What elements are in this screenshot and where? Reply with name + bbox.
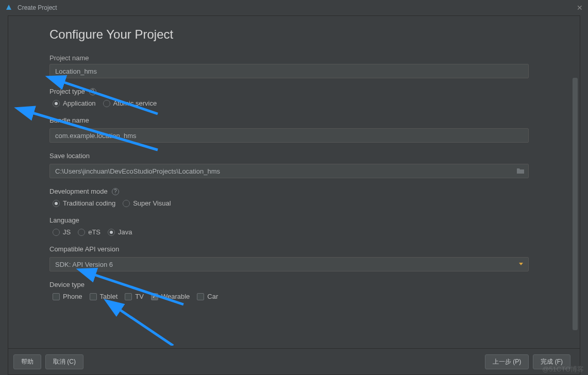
check-tablet[interactable]: Tablet (90, 293, 118, 300)
language-label: Language (49, 216, 539, 224)
window-title: Create Project (18, 4, 57, 11)
check-car[interactable]: Car (197, 293, 218, 300)
help-icon[interactable]: ? (112, 188, 119, 195)
help-button[interactable]: 帮助 (13, 354, 41, 369)
chevron-down-icon (519, 263, 523, 265)
folder-icon[interactable] (516, 167, 525, 176)
close-icon[interactable]: ✕ (577, 4, 583, 12)
device-type-label: Device type (49, 281, 539, 288)
previous-button[interactable]: 上一步 (P) (485, 354, 529, 369)
radio-traditional-coding[interactable]: Traditional coding (53, 199, 115, 207)
check-tv[interactable]: TV (125, 293, 144, 300)
content-area: Configure Your Project Project name Loca… (8, 15, 580, 348)
scrollbar[interactable] (573, 78, 578, 330)
project-type-radios: Application Atomic service (53, 99, 539, 107)
save-location-input[interactable]: C:\Users\jinchuan\DevEcoStudioProjects\L… (49, 164, 529, 178)
bundle-name-label: Bundle name (49, 116, 539, 124)
svg-line-0 (60, 81, 158, 114)
radio-application[interactable]: Application (53, 99, 96, 107)
language-radios: JS eTS Java (53, 228, 539, 236)
bundle-name-input[interactable]: com.example.location_hms (49, 128, 529, 143)
radio-ets[interactable]: eTS (78, 228, 100, 236)
save-location-label: Save location (49, 152, 539, 160)
check-phone[interactable]: Phone (53, 293, 82, 300)
radio-super-visual[interactable]: Super Visual (123, 199, 171, 207)
finish-button[interactable]: 完成 (F) (533, 354, 570, 369)
radio-atomic-service[interactable]: Atomic service (103, 99, 157, 107)
dev-mode-label: Development mode ? (49, 187, 539, 195)
page-heading: Configure Your Project (49, 27, 539, 42)
project-name-label: Project name (49, 54, 539, 62)
footer: 帮助 取消 (C) 上一步 (P) 完成 (F) (8, 348, 580, 375)
titlebar: Create Project ✕ (0, 0, 588, 15)
radio-js[interactable]: JS (53, 228, 71, 236)
svg-line-3 (116, 308, 173, 346)
app-logo-icon (5, 4, 12, 11)
dev-mode-radios: Traditional coding Super Visual (53, 199, 539, 207)
device-type-checks: Phone Tablet TV ✓Wearable Car (53, 293, 539, 300)
help-icon[interactable]: ? (89, 88, 96, 95)
project-name-input[interactable]: Location_hms (49, 64, 529, 78)
api-version-label: Compatible API version (49, 245, 539, 253)
project-type-label: Project type ? (49, 88, 539, 95)
cancel-button[interactable]: 取消 (C) (45, 354, 83, 369)
radio-java[interactable]: Java (108, 228, 132, 236)
api-version-select[interactable]: SDK: API Version 6 (49, 257, 529, 271)
check-wearable[interactable]: ✓Wearable (151, 293, 190, 300)
